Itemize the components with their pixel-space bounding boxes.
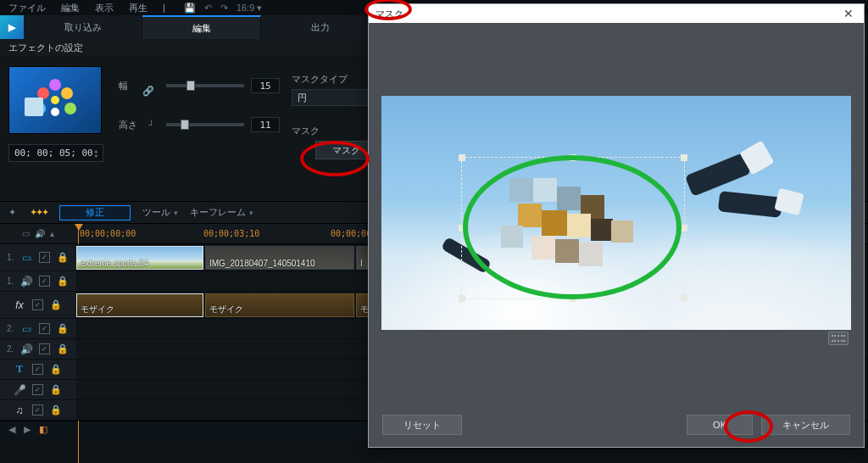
track-lock-toggle[interactable]: 🔒 [50,364,62,375]
wand-icon[interactable]: ✦ [8,207,16,218]
reset-button[interactable]: リセット [382,415,462,435]
fx-clip-1-label: モザイク [81,304,114,315]
menu-file[interactable]: ファイル [8,2,46,14]
track-visible-toggle[interactable]: ✓ [32,384,43,395]
cancel-button[interactable]: キャンセル [761,415,850,435]
undo-icon[interactable]: ↶ [204,3,212,14]
track-lock-toggle[interactable]: 🔒 [57,343,69,354]
app-icon: ▶ [0,15,24,39]
effect-preview-thumb [8,66,102,134]
menu-play[interactable]: 再生 [129,2,147,14]
transport-thumb-icon[interactable]: ◧ [39,424,47,435]
track-lock-toggle[interactable]: 🔒 [50,384,62,395]
track-lock-toggle[interactable]: 🔒 [50,299,62,310]
track-lock-toggle[interactable]: 🔒 [50,404,62,416]
ok-button[interactable]: OK [687,415,753,435]
aspect-select[interactable]: 16:9 ▾ [236,3,262,14]
tab-edit[interactable]: 編集 [142,15,261,39]
ruler-tick-0: 00;00;00;00 [80,229,136,238]
track-visible-toggle[interactable]: ✓ [39,276,50,287]
mask-dialog: マスク ✕ [368,3,865,448]
tab-import[interactable]: 取り込み [24,15,142,39]
track-visible-toggle[interactable]: ✓ [32,364,43,375]
keyframe-dropdown[interactable]: キーフレーム▾ [190,206,253,219]
ruler-tick-1: 00;00;03;10 [203,229,259,238]
tab-export[interactable]: 出力 [261,15,380,39]
clip-video-2[interactable]: IMG_20180407_140501410 [205,246,354,270]
width-label: 幅 [119,80,144,92]
mask-dialog-titlebar: マスク ✕ [369,4,864,23]
mask-dialog-title: マスク [376,8,403,20]
track-lock-toggle[interactable]: 🔒 [57,276,69,287]
mask-dialog-footer: リセット OK キャンセル [369,403,864,447]
height-value[interactable]: 11 [251,117,280,132]
width-value[interactable]: 15 [251,78,280,93]
stars-icon[interactable]: ✦✦✦ [30,207,47,218]
track-lock-toggle[interactable]: 🔒 [57,252,69,263]
track-visible-toggle[interactable]: ✓ [39,252,50,263]
menu-divider: | [163,3,165,13]
clip-video-1-label: extreme sports 04 [81,259,148,268]
video-icon: ▭ [20,252,32,264]
menu-view[interactable]: 表示 [95,2,114,14]
tool-dropdown[interactable]: ツール▾ [142,206,178,219]
fx-icon: fx [14,299,25,311]
track-visible-toggle[interactable]: ✓ [39,343,50,354]
transport-prev-icon[interactable]: ◀ [8,424,15,435]
clip-video-2-label: IMG_20180407_140501410 [209,259,315,268]
mask-dialog-body [369,23,864,403]
fx-clip-2[interactable]: モザイク [205,293,354,317]
height-slider[interactable] [166,123,244,126]
effect-timecode-value: 00; 00; 05; 00 [14,148,93,159]
timecode-spinner[interactable]: ▲▼ [94,148,97,158]
track-index: 1. [7,253,14,262]
redo-icon[interactable]: ↷ [220,3,228,14]
track-visible-toggle[interactable]: ✓ [32,299,43,310]
fix-button[interactable]: 修正 [59,205,131,220]
track-visible-toggle[interactable]: ✓ [32,404,43,416]
fx-clip-2-label: モザイク [209,304,243,315]
track-head-controls[interactable]: ▭🔊▴ [0,224,76,243]
link-bracket-bot: ┘ [144,120,159,130]
transport-next-icon[interactable]: ▶ [24,424,31,435]
mask-preview[interactable] [381,96,851,330]
annotation-green-ellipse [463,155,682,299]
clip-video-1[interactable]: extreme sports 04 [76,246,203,270]
fx-clip-1[interactable]: モザイク [76,293,203,317]
keyboard-icon[interactable] [828,332,849,345]
link-icon[interactable]: 🔗 [142,86,154,97]
effect-timecode[interactable]: 00; 00; 05; 00 ▲▼ [8,144,103,162]
clip-video-3-label: I [360,259,363,268]
effect-settings-title: エフェクトの設定 [8,42,83,54]
width-slider[interactable] [166,84,244,87]
track-visible-toggle[interactable]: ✓ [39,323,50,334]
height-label: 高さ [119,119,144,131]
save-icon[interactable]: 💾 [184,3,196,14]
track-lock-toggle[interactable]: 🔒 [57,323,69,334]
close-icon[interactable]: ✕ [840,7,857,20]
audio-icon: 🔊 [20,276,32,287]
collapse-icon[interactable]: ▴ [50,229,54,238]
menu-edit[interactable]: 編集 [61,2,80,14]
track-index: 1. [7,276,14,286]
